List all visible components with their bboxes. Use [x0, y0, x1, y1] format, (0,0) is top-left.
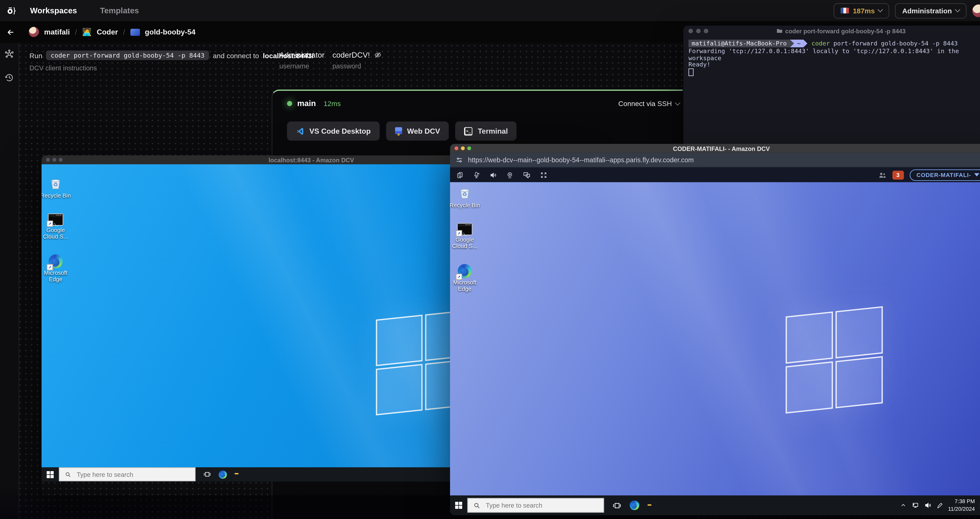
volume-icon[interactable] [924, 502, 931, 509]
speaker-icon[interactable] [490, 171, 497, 178]
collaborators-icon[interactable] [878, 171, 886, 178]
desktop-icon-recycle-bin[interactable]: ♻ Recycle Bin [450, 186, 481, 209]
icon-label: Microsoft Edge [450, 279, 481, 293]
breadcrumb-org[interactable]: Coder [97, 28, 118, 36]
clipboard-icon[interactable] [457, 171, 463, 178]
back-arrow-icon[interactable] [6, 28, 15, 36]
terminal-button[interactable]: >_ Terminal [455, 121, 517, 141]
network-icon[interactable] [912, 502, 919, 509]
dcv-icon [395, 127, 402, 135]
icon-label: Microsoft Edge [41, 270, 72, 283]
prompt-dir: ~ [794, 40, 804, 47]
powerline-arrow [804, 40, 808, 47]
user-avatar[interactable] [972, 4, 980, 17]
connect-via-ssh-button[interactable]: Connect via SSH [618, 100, 679, 107]
resources-icon[interactable] [5, 49, 14, 59]
desktop-icon-google-cloud-sdk[interactable]: C:\_➚ Google Cloud S... [450, 223, 481, 250]
vscode-desktop-button[interactable]: VS Code Desktop [287, 121, 379, 141]
chevron-down-icon [955, 7, 960, 12]
recycle-bin-icon: ♻ [49, 177, 63, 191]
username-label: username [279, 62, 325, 70]
icon-label: Google Cloud S... [450, 236, 481, 250]
prompt-host: matifali@Atifs-MacBook-Pro [689, 40, 790, 47]
wallpaper-beam [450, 182, 980, 496]
administration-label: Administration [902, 7, 952, 14]
url-text[interactable]: https://web-dcv--main--gold-booby-54--ma… [468, 156, 975, 164]
desktop-icon-microsoft-edge[interactable]: ➚ Microsoft Edge [450, 264, 481, 293]
terminal-label: Terminal [478, 127, 508, 135]
taskbar-clock[interactable]: 7:38 PM 11/20/2024 [948, 498, 975, 512]
eye-off-icon[interactable] [374, 51, 382, 59]
workspace-sidebar [0, 43, 19, 519]
windows-hero-logo [786, 306, 883, 414]
search-icon [65, 471, 71, 477]
terminal-content[interactable]: matifali@Atifs-MacBook-Pro~coder port-fo… [684, 36, 980, 80]
webcam-icon[interactable] [506, 171, 513, 178]
latency-value: 187ms [853, 7, 875, 14]
displays-icon[interactable] [523, 171, 531, 178]
agent-row: main 12ms Connect via SSH [272, 91, 697, 108]
desktop-icon-google-cloud-sdk[interactable]: C:\_➚ Google Cloud S... [41, 213, 72, 240]
desktop-icon-recycle-bin[interactable]: ♻ Recycle Bin [41, 177, 72, 199]
taskbar-search[interactable] [467, 498, 604, 513]
icon-label: Recycle Bin [41, 193, 71, 199]
agent-apps: VS Code Desktop Web DCV >_ Terminal [272, 108, 697, 140]
powerline-arrow [790, 40, 794, 47]
nav-workspaces[interactable]: Workspaces [30, 6, 77, 15]
site-info-icon[interactable] [456, 156, 463, 163]
username-value[interactable]: Administrator [279, 51, 325, 60]
password-value[interactable]: coderDCV! [332, 51, 370, 60]
terminal-titlebar[interactable]: coder port-forward gold-booby-54 -p 8443 [684, 25, 980, 36]
icon-label: Recycle Bin [450, 202, 480, 209]
agent-status-dot [287, 101, 292, 106]
dcv-toolbar: 3 CODER-MATIFALI- [450, 167, 980, 182]
org-icon: 🧑‍💻 [82, 28, 92, 36]
clock-date: 11/20/2024 [948, 505, 975, 512]
search-input[interactable] [485, 501, 570, 509]
shortcut-arrow-icon: ➚ [456, 274, 462, 280]
latency-menu[interactable]: 187ms [834, 3, 889, 18]
breadcrumb-workspace[interactable]: gold-booby-54 [145, 28, 196, 36]
history-icon[interactable] [5, 73, 14, 83]
recycle-bin-icon: ♻ [458, 186, 472, 201]
breadcrumb-separator: / [75, 28, 77, 36]
task-view-icon[interactable] [203, 470, 211, 478]
tray-chevron-icon[interactable] [900, 503, 907, 508]
coder-logo-icon[interactable] [6, 5, 17, 16]
command-prompt-icon: C:\_➚ [48, 213, 63, 225]
pen-icon[interactable] [937, 502, 943, 509]
terminal-output-line: Ready! [689, 61, 980, 68]
web-dcv-label: Web DCV [407, 127, 440, 135]
task-view-icon[interactable] [612, 501, 621, 510]
screen: Workspaces Templates 187ms Administratio… [0, 0, 980, 519]
web-dcv-button[interactable]: Web DCV [386, 121, 449, 141]
dcv-web-titlebar[interactable]: CODER-MATIFALI- - Amazon DCV [450, 144, 980, 153]
taskbar-edge[interactable] [630, 501, 640, 510]
dcv-client-instructions-link[interactable]: DCV client instructions [29, 64, 313, 72]
connections-badge[interactable]: 3 [892, 170, 904, 179]
agent-latency: 12ms [324, 100, 341, 107]
dcv-web-title: CODER-MATIFALI- - Amazon DCV [450, 145, 980, 152]
remote-desktop-web[interactable]: ♻ Recycle Bin C:\_➚ Google Cloud S... ➚ … [450, 182, 980, 496]
microphone-muted-icon[interactable] [473, 171, 480, 178]
folder-icon [777, 28, 783, 33]
terminal-cursor [689, 68, 694, 76]
port-forward-command[interactable]: coder port-forward gold-booby-54 -p 8443 [46, 51, 209, 60]
breadcrumb-user[interactable]: matifali [44, 28, 70, 36]
taskbar-edge[interactable] [218, 470, 227, 478]
taskbar-search[interactable] [59, 467, 196, 481]
desktop-icon-microsoft-edge[interactable]: ➚ Microsoft Edge [41, 255, 72, 283]
fullscreen-icon[interactable] [540, 171, 547, 178]
clock-time: 7:38 PM [948, 498, 975, 505]
command-prompt-icon: C:\_➚ [457, 223, 473, 235]
search-input[interactable] [75, 470, 161, 478]
breadcrumb-separator: / [123, 28, 125, 36]
administration-menu[interactable]: Administration [895, 3, 966, 18]
chevron-down-icon [878, 7, 883, 12]
start-button[interactable] [455, 502, 462, 509]
start-button[interactable] [47, 471, 54, 478]
shortcut-arrow-icon: ➚ [456, 230, 462, 236]
vscode-icon [296, 127, 304, 135]
nav-templates[interactable]: Templates [100, 6, 139, 15]
session-menu-button[interactable]: CODER-MATIFALI- [910, 169, 980, 181]
